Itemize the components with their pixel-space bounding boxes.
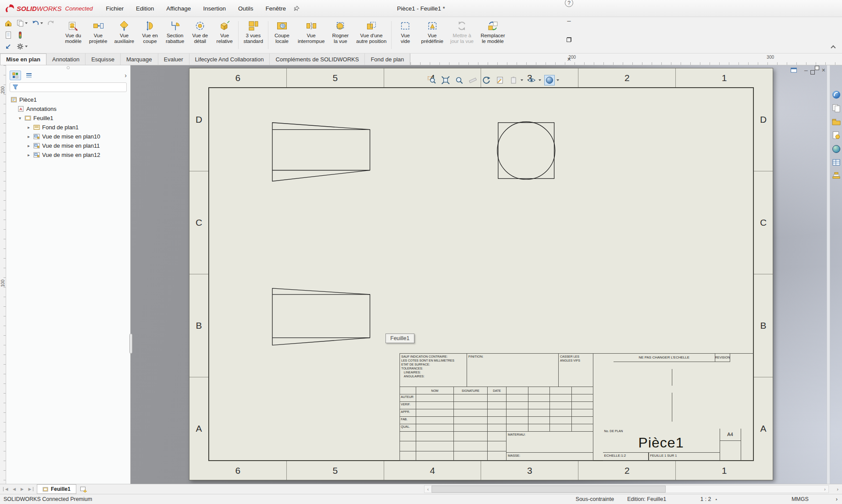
display-style-sphere-icon[interactable]: [544, 75, 555, 85]
broken-out-section-icon: [276, 20, 288, 32]
pin-menu-icon[interactable]: [294, 6, 300, 11]
scroll-left-icon[interactable]: ‹: [425, 487, 432, 492]
doc-close-button[interactable]: ×: [822, 67, 825, 74]
minimize-button[interactable]: –: [563, 14, 575, 26]
tree-item-vue11[interactable]: ▸ Vue de mise en plan11: [6, 141, 130, 150]
measure-icon[interactable]: [467, 75, 478, 85]
standard-3-views-button[interactable]: 3 vues standard: [240, 17, 267, 53]
menu-outils[interactable]: Outils: [238, 5, 253, 12]
menu-edition[interactable]: Edition: [136, 5, 154, 12]
spinner-up-icon[interactable]: ▴: [715, 498, 717, 500]
redo-button[interactable]: [47, 19, 55, 27]
doc-minimize-button[interactable]: –: [804, 67, 808, 74]
vertical-scrollbar[interactable]: [827, 65, 830, 484]
broken-out-section-button[interactable]: Coupe locale: [270, 17, 294, 53]
settings-gear-button[interactable]: [16, 43, 28, 50]
tree-item-fond-de-plan1[interactable]: ▸ Fond de plan1: [6, 123, 130, 132]
tab-evaluer[interactable]: Evaluer: [158, 53, 189, 65]
tree-item-piece1[interactable]: Pièce1: [6, 95, 130, 104]
menu-affichage[interactable]: Affichage: [166, 5, 191, 12]
help-icon[interactable]: ?: [565, 0, 573, 7]
tree-item-vue12[interactable]: ▸ Vue de mise en plan12: [6, 150, 130, 160]
auxiliary-view-button[interactable]: Vue auxiliaire: [111, 17, 138, 53]
menu-fichier[interactable]: Fichier: [106, 5, 124, 12]
design-library-icon[interactable]: [831, 171, 841, 181]
section-view-button[interactable]: Vue en coupe: [138, 17, 162, 53]
home-button[interactable]: [4, 19, 12, 27]
panel-expand-icon[interactable]: ›: [125, 72, 127, 79]
zoom-fit-icon[interactable]: [440, 75, 451, 85]
tree-filter-input[interactable]: [21, 84, 124, 90]
status-scale[interactable]: 1 : 2: [700, 496, 711, 502]
aligned-section-button[interactable]: Section rabattue: [162, 17, 188, 53]
tree-expanded-icon[interactable]: ▾: [18, 116, 22, 121]
sheet-tab-icon: [43, 486, 48, 492]
prev-sheet-button[interactable]: ◀: [11, 487, 18, 491]
restore-button[interactable]: [563, 33, 575, 46]
sheet-tab-feuille1[interactable]: Feuille1: [37, 484, 76, 494]
next-sheet-button[interactable]: ▶: [19, 487, 25, 491]
tree-item-feuille1[interactable]: ▾ Feuille1: [6, 114, 130, 123]
pane-split-handle[interactable]: [6, 65, 130, 70]
tree-item-vue10[interactable]: ▸ Vue de mise en plan10: [6, 132, 130, 141]
last-sheet-button[interactable]: ▶: [27, 487, 33, 491]
tab-marquage[interactable]: Marquage: [121, 53, 158, 65]
tree-collapsed-icon[interactable]: ▸: [26, 134, 31, 139]
feuille-cell: FEUILLE 1 SUR 1: [649, 453, 720, 461]
chevron-down-icon[interactable]: [521, 79, 523, 81]
sheet-properties-icon[interactable]: [495, 75, 505, 85]
zoom-area-icon[interactable]: [427, 75, 437, 85]
copy-pages-icon[interactable]: [831, 103, 841, 113]
scrollbar-thumb[interactable]: [432, 486, 666, 493]
menu-fenetre[interactable]: Fenêtre: [266, 5, 286, 12]
tab-mise-en-plan[interactable]: Mise en plan: [0, 53, 46, 65]
tab-lifecycle[interactable]: Lifecycle And Collaboration: [189, 53, 270, 65]
tree-collapsed-icon[interactable]: ▸: [26, 125, 31, 130]
display-visibility-eye-icon[interactable]: [526, 75, 537, 85]
table-icon[interactable]: [831, 158, 841, 167]
projected-view-button[interactable]: Vue projetée: [86, 17, 111, 53]
redraw-icon[interactable]: [481, 75, 492, 85]
globe-icon[interactable]: [831, 144, 841, 154]
relative-view-icon: [219, 20, 230, 32]
tree-collapsed-icon[interactable]: ▸: [26, 143, 31, 148]
model-view-button[interactable]: Vue du modèle: [61, 17, 86, 53]
magnifier-icon[interactable]: [454, 75, 464, 85]
tree-filter[interactable]: [10, 82, 127, 92]
status-units[interactable]: MMGS: [792, 496, 809, 502]
share-arrow-button[interactable]: [4, 43, 12, 50]
close-button[interactable]: ×: [563, 53, 575, 65]
taskpane-scroll-icon[interactable]: ›: [837, 484, 838, 494]
main-area: 654321 654321 DCBA DCBA: [0, 65, 842, 484]
lifecycle-status-icon[interactable]: [16, 31, 24, 39]
3dexperience-compass-icon[interactable]: [831, 90, 841, 99]
menu-insertion[interactable]: Insertion: [203, 5, 226, 12]
panel-splitter-handle[interactable]: [129, 334, 132, 354]
properties-icon[interactable]: [831, 131, 841, 140]
new-document-button[interactable]: [16, 19, 28, 27]
featuremanager-tab[interactable]: [10, 71, 21, 80]
status-more-icon[interactable]: ›: [836, 496, 838, 502]
document-icon[interactable]: [4, 31, 12, 39]
paste-icon[interactable]: [508, 75, 519, 85]
folder-icon[interactable]: [831, 117, 841, 127]
tree-collapsed-icon[interactable]: ▸: [26, 153, 31, 157]
status-edition: Edition: Feuille1: [627, 496, 666, 502]
graphics-viewport[interactable]: 654321 654321 DCBA DCBA: [131, 65, 842, 484]
undo-button[interactable]: [32, 19, 43, 27]
tab-esquisse[interactable]: Esquisse: [86, 53, 121, 65]
tree-item-annotations[interactable]: A Annotations: [6, 104, 130, 114]
propertymanager-tab[interactable]: [23, 71, 35, 80]
detail-view-button[interactable]: Vue de détail: [188, 17, 212, 53]
add-sheet-button[interactable]: [80, 484, 87, 494]
scale-spinner[interactable]: ▴: [715, 498, 717, 500]
chevron-down-icon[interactable]: [539, 79, 541, 81]
chevron-down-icon[interactable]: [557, 79, 559, 81]
first-sheet-button[interactable]: ◀: [3, 487, 10, 491]
document-window-icon[interactable]: [790, 67, 797, 74]
drawing-sheet-canvas[interactable]: 654321 654321 DCBA DCBA: [189, 68, 773, 480]
tab-annotation[interactable]: Annotation: [46, 53, 86, 65]
scroll-right-icon[interactable]: ›: [821, 487, 828, 492]
horizontal-scrollbar[interactable]: ‹ ›: [424, 485, 829, 493]
relative-view-button[interactable]: Vue relative: [212, 17, 237, 53]
